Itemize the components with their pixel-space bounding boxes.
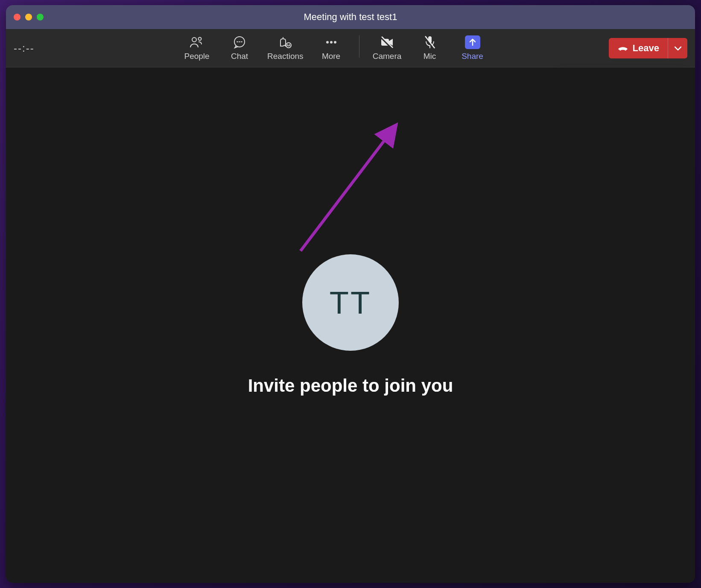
toolbar: --:-- People bbox=[6, 29, 695, 67]
mic-label: Mic bbox=[424, 52, 436, 61]
leave-label: Leave bbox=[633, 43, 659, 54]
mic-button[interactable]: Mic bbox=[415, 35, 445, 61]
toolbar-separator bbox=[359, 35, 359, 58]
svg-point-0 bbox=[192, 38, 196, 42]
minimize-window-button[interactable] bbox=[25, 14, 32, 20]
people-button[interactable]: People bbox=[182, 35, 212, 61]
meeting-title: Meeting with test test1 bbox=[304, 12, 397, 23]
people-label: People bbox=[184, 52, 209, 61]
svg-point-5 bbox=[330, 41, 333, 44]
chat-label: Chat bbox=[231, 52, 248, 61]
people-icon bbox=[190, 35, 204, 49]
camera-off-icon bbox=[380, 35, 394, 49]
chat-button[interactable]: Chat bbox=[225, 35, 254, 61]
close-window-button[interactable] bbox=[14, 14, 20, 20]
svg-point-6 bbox=[334, 41, 336, 44]
mic-off-icon bbox=[424, 35, 436, 49]
leave-button[interactable]: Leave bbox=[609, 38, 668, 58]
camera-button[interactable]: Camera bbox=[372, 35, 402, 61]
leave-options-button[interactable] bbox=[668, 38, 687, 58]
titlebar: Meeting with test test1 bbox=[6, 5, 695, 29]
avatar: TT bbox=[302, 254, 399, 351]
svg-point-1 bbox=[199, 37, 202, 40]
reactions-label: Reactions bbox=[267, 52, 304, 61]
invite-heading: Invite people to join you bbox=[248, 376, 453, 396]
reactions-icon bbox=[278, 35, 292, 49]
reactions-button[interactable]: Reactions bbox=[267, 35, 304, 61]
more-button[interactable]: More bbox=[316, 35, 346, 61]
chevron-down-icon bbox=[674, 46, 682, 51]
meeting-timer: --:-- bbox=[14, 42, 61, 54]
toolbar-right: Leave bbox=[609, 38, 687, 58]
share-button[interactable]: Share bbox=[458, 35, 488, 61]
camera-label: Camera bbox=[373, 52, 402, 61]
more-label: More bbox=[322, 52, 340, 61]
window-controls bbox=[14, 14, 44, 20]
leave-group: Leave bbox=[609, 38, 687, 58]
annotation-arrow bbox=[296, 119, 407, 255]
meeting-stage: TT Invite people to join you bbox=[6, 67, 695, 583]
maximize-window-button[interactable] bbox=[37, 14, 44, 20]
hangup-icon bbox=[617, 44, 628, 52]
avatar-initials: TT bbox=[330, 285, 371, 321]
meeting-window: Meeting with test test1 --:-- People bbox=[6, 5, 695, 583]
share-label: Share bbox=[461, 52, 483, 61]
more-icon bbox=[325, 35, 338, 49]
svg-line-15 bbox=[301, 127, 394, 251]
share-icon bbox=[465, 35, 480, 49]
chat-icon bbox=[233, 35, 246, 49]
svg-point-4 bbox=[326, 41, 329, 44]
toolbar-center: People Chat bbox=[61, 35, 609, 61]
svg-point-3 bbox=[286, 43, 291, 48]
